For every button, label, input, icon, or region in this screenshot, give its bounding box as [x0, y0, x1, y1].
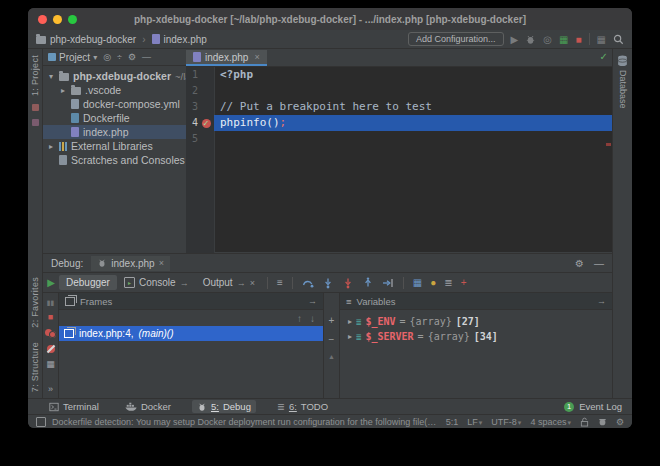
force-step-into-icon[interactable] — [342, 277, 354, 289]
stripe-icon[interactable] — [32, 104, 39, 111]
chevron-down-icon[interactable]: ▾ — [47, 72, 55, 81]
evaluate-expression-icon[interactable]: ▦ — [413, 277, 422, 288]
chevron-right-icon[interactable]: ▸ — [348, 317, 352, 326]
resume-program-icon[interactable]: ▶ — [47, 277, 55, 288]
encoding-selector[interactable]: UTF-8▾ — [491, 417, 521, 427]
stop-icon[interactable]: ■ — [576, 34, 582, 45]
status-message[interactable]: Dockerfile detection: You may setup Dock… — [52, 417, 440, 427]
breadcrumb-project[interactable]: php-xdebug-docker — [50, 34, 136, 45]
tree-item-index-php[interactable]: index.php — [43, 125, 186, 139]
locate-file-icon[interactable]: ◎ — [103, 52, 111, 62]
hide-panel-icon[interactable]: — — [594, 258, 604, 269]
settings-gear-icon[interactable]: ⚙ — [575, 258, 584, 269]
previous-frame-icon[interactable]: ↑ — [297, 313, 302, 324]
code-editor[interactable]: 1 <?php 2 3 // Put a breakpoint here to … — [186, 67, 612, 253]
caret-position[interactable]: 5:1 — [446, 417, 459, 427]
tool-window-button-favorites[interactable]: 2: Favorites — [30, 277, 40, 328]
tree-item-project-root[interactable]: ▾ php-xdebug-docker ~/lab/php- — [43, 69, 186, 83]
move-watch-up-icon[interactable]: ▲ — [328, 353, 335, 360]
tree-item-scratches[interactable]: Scratches and Consoles — [43, 153, 186, 167]
tool-window-button-terminal[interactable]: Terminal — [44, 400, 104, 413]
hide-panel-icon[interactable]: — — [142, 52, 151, 62]
chevron-right-icon[interactable]: ▸ — [59, 86, 67, 95]
tool-window-layout-icon[interactable]: ▦ — [597, 34, 606, 45]
chevron-right-icon[interactable]: ▸ — [348, 332, 352, 341]
view-as-list-icon[interactable]: ≣ — [444, 277, 452, 288]
inspections-ok-icon[interactable]: ✓ — [600, 51, 608, 62]
pin-icon[interactable]: → — [597, 296, 606, 306]
tree-item-external-libraries[interactable]: ▸ External Libraries — [43, 139, 186, 153]
tool-window-button-database[interactable]: Database — [618, 70, 628, 109]
tree-item-docker-compose[interactable]: docker-compose.yml — [43, 97, 186, 111]
breakpoint-gutter[interactable] — [198, 83, 214, 99]
minimize-window-button[interactable] — [53, 15, 62, 24]
breadcrumb-file[interactable]: index.php — [164, 34, 207, 45]
debug-session-tab[interactable]: index.php × — [91, 256, 170, 271]
search-everywhere-icon[interactable] — [613, 34, 624, 45]
show-execution-point-icon[interactable]: ≡ — [277, 277, 283, 288]
coverage-icon[interactable]: ◎ — [543, 34, 552, 45]
jump-to-console-icon[interactable]: → — [180, 278, 189, 288]
zoom-window-button[interactable] — [68, 15, 77, 24]
stripe-icon[interactable] — [32, 119, 39, 126]
tab-output[interactable]: Output → × — [196, 275, 262, 290]
add-configuration-button[interactable]: Add Configuration... — [408, 32, 504, 46]
step-out-icon[interactable] — [362, 277, 374, 289]
next-frame-icon[interactable]: ↓ — [310, 313, 315, 324]
stop-icon[interactable]: ■ — [48, 313, 53, 322]
hide-icon[interactable]: » — [48, 385, 53, 394]
close-window-button[interactable] — [38, 15, 47, 24]
breakpoint-gutter[interactable] — [198, 131, 214, 147]
verified-breakpoint-icon[interactable] — [202, 119, 211, 128]
tool-window-button-todo[interactable]: ≣ 6: TODO — [272, 400, 333, 413]
chevron-right-icon[interactable]: ▸ — [47, 142, 55, 151]
collapse-all-icon[interactable]: ÷ — [117, 52, 122, 62]
close-icon[interactable]: × — [159, 258, 164, 268]
indent-selector[interactable]: 4 spaces▾ — [530, 417, 571, 427]
variable-row[interactable]: ▸ ≣ $_ENV = {array} [27] — [340, 314, 612, 329]
remove-watch-icon[interactable]: − — [329, 334, 335, 345]
tab-debugger[interactable]: Debugger — [59, 275, 117, 290]
line-separator-selector[interactable]: LF▾ — [467, 417, 482, 427]
breakpoint-gutter[interactable] — [198, 67, 214, 83]
run-to-cursor-icon[interactable] — [382, 277, 394, 289]
editor-tab-index-php[interactable]: index.php × — [186, 50, 267, 66]
debug-bug-icon[interactable] — [525, 34, 536, 45]
lock-icon[interactable] — [580, 417, 589, 427]
breakpoint-gutter[interactable] — [198, 115, 214, 131]
chevron-down-icon[interactable]: ▾ — [93, 53, 97, 62]
breakpoint-gutter[interactable] — [198, 99, 214, 115]
view-breakpoints-icon[interactable] — [45, 329, 56, 338]
close-icon[interactable]: × — [254, 52, 259, 62]
tree-item-dockerfile[interactable]: Dockerfile — [43, 111, 186, 125]
event-log-button[interactable]: 1 Event Log — [564, 401, 622, 412]
add-watch-icon[interactable]: + — [329, 315, 335, 326]
step-into-icon[interactable] — [322, 277, 334, 289]
restore-layout-icon[interactable]: ▦ — [46, 360, 55, 369]
variable-row[interactable]: ▸ ≣ $_SERVER = {array} [34] — [340, 329, 612, 344]
settings-gear-icon[interactable]: ⚙ — [128, 52, 136, 62]
jump-to-output-icon[interactable]: → — [237, 278, 246, 288]
tab-console[interactable]: ▸ Console → — [117, 275, 196, 290]
settings-gear-icon[interactable]: ⚙ — [616, 417, 624, 427]
coin-icon[interactable]: ● — [430, 277, 436, 288]
add-watch-icon[interactable]: + — [461, 277, 467, 288]
project-panel-title[interactable]: Project — [59, 52, 90, 63]
step-over-icon[interactable] — [302, 277, 314, 289]
tool-window-switcher-icon[interactable] — [36, 417, 46, 427]
mute-breakpoints-icon[interactable] — [47, 345, 55, 353]
tool-window-button-debug[interactable]: 5: Debug — [192, 400, 256, 413]
stack-frame-row[interactable]: index.php:4, (main)() — [59, 326, 323, 341]
tool-window-button-docker[interactable]: Docker — [120, 400, 176, 413]
tree-item-vscode[interactable]: ▸ .vscode — [43, 83, 186, 97]
pin-icon[interactable]: → — [308, 296, 317, 306]
variable-equals: = — [418, 331, 424, 342]
tool-window-button-project[interactable]: 1: Project — [30, 55, 40, 96]
run-icon[interactable]: ▶ — [511, 34, 519, 45]
tool-window-button-structure[interactable]: 7: Structure — [30, 342, 40, 392]
pause-icon[interactable]: ▮▮ — [47, 299, 55, 306]
profiler-icon[interactable]: ▦ — [559, 34, 568, 45]
hector-inspections-icon[interactable] — [598, 417, 607, 427]
close-icon[interactable]: × — [250, 278, 255, 288]
dockerfile-icon — [71, 113, 79, 123]
